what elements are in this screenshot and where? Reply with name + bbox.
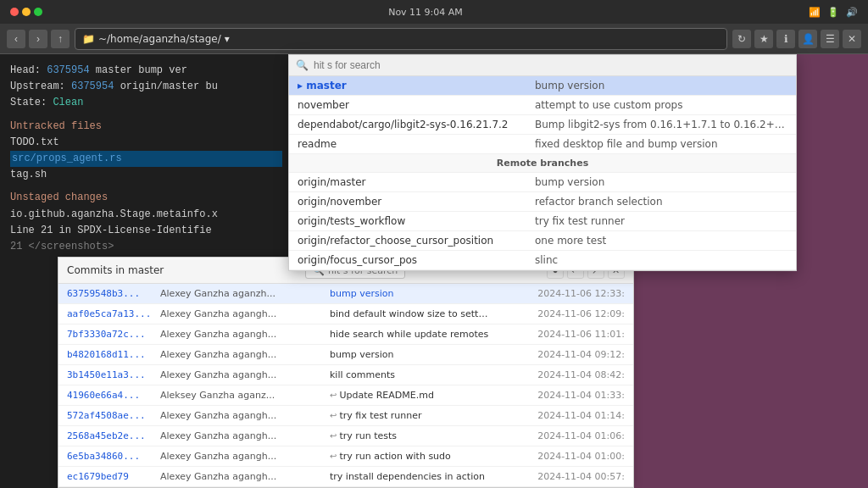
unstaged-title: Unstaged changes	[10, 190, 282, 206]
close-window-button[interactable]: ✕	[843, 30, 861, 48]
commit-date: 2024-11-04 08:42:	[489, 369, 625, 380]
branch-origin-master-name: origin/master	[298, 176, 535, 188]
back-button[interactable]: ‹	[7, 30, 25, 48]
branch-november-row[interactable]: november attempt to use custom props	[289, 96, 796, 115]
commit-row[interactable]: b4820168d11... Alexey Ganzha agangh... b…	[58, 345, 633, 365]
bookmark-button[interactable]: ★	[754, 30, 773, 48]
active-branch-icon: ▸	[298, 80, 306, 92]
address-text: ~/home/aganzha/stage/	[98, 33, 221, 45]
commit-row[interactable]: 572af4508ae... Alexey Ganzha agangh... ↩…	[58, 406, 633, 426]
commit-author: Alexey Ganzha agangh...	[160, 349, 330, 360]
head-desc: bump ver	[138, 64, 187, 76]
branch-origin-tests-desc: try fix test runner	[535, 215, 787, 227]
branch-origin-focus-row[interactable]: origin/focus_cursor_pos slinc	[289, 251, 796, 270]
branch-readme-row[interactable]: readme fixed desktop file and bump versi…	[289, 135, 796, 154]
commit-author: Alexey Ganzha agangh...	[160, 369, 330, 380]
browser-controls: ‹ › ↑	[7, 30, 70, 48]
user-button[interactable]: 👤	[798, 30, 817, 48]
refresh-button[interactable]: ↻	[732, 30, 751, 48]
branch-dropdown: 🔍 ▸ master bump version november attempt…	[288, 54, 797, 271]
branch-master-name: ▸ master	[298, 80, 535, 92]
maximize-button[interactable]	[34, 8, 42, 16]
main-area: Head: 6375954 master bump ver Upstream: …	[0, 54, 868, 488]
branch-origin-tests-row[interactable]: origin/tests_workflow try fix test runne…	[289, 212, 796, 231]
branch-origin-november-row[interactable]: origin/november refactor branch selectio…	[289, 192, 796, 212]
commit-message: ↩Update README.md	[330, 390, 489, 401]
commit-message: ↩try run tests	[330, 430, 489, 441]
commit-hash: 7bf3330a72c...	[67, 329, 160, 340]
folder-icon: 📁	[82, 33, 95, 45]
upstream-hash[interactable]: 6375954	[71, 80, 114, 92]
commit-row[interactable]: 41960e66a4... Aleksey Ganzha aganz... ↩U…	[58, 385, 633, 406]
branch-origin-tests-name: origin/tests_workflow	[298, 215, 535, 227]
volume-icon: 🔊	[846, 7, 858, 18]
commit-row[interactable]: 7bf3330a72c... Alexey Ganzha agangh... h…	[58, 324, 633, 345]
branch-readme-desc: fixed desktop file and bump version	[535, 138, 787, 150]
head-line: Head: 6375954 master bump ver	[10, 63, 282, 79]
commit-hash: ec1679bed79	[67, 471, 160, 482]
remote-branches-header: Remote branches	[289, 154, 796, 173]
branch-search-bar: 🔍	[289, 55, 796, 76]
commit-date: 2024-11-04 01:33:	[489, 390, 625, 401]
commit-date: 2024-11-04 01:14:	[489, 410, 625, 421]
commit-author: Alexey Ganzha agangh...	[160, 430, 330, 441]
commit-row[interactable]: 6e5ba34860... Alexey Ganzha agangh... ↩t…	[58, 446, 633, 467]
commit-row[interactable]: 63759548b3... Alexey Ganzha aganzh... bu…	[58, 284, 633, 304]
commit-message: kill comments	[330, 369, 489, 380]
branch-origin-focus-name: origin/focus_cursor_pos	[298, 254, 535, 266]
minimize-button[interactable]	[22, 8, 31, 16]
info-button[interactable]: ℹ	[776, 30, 795, 48]
branch-search-input[interactable]	[314, 59, 789, 71]
branch-master-desc: bump version	[535, 80, 787, 92]
close-button[interactable]	[10, 8, 19, 16]
menu-button[interactable]: ☰	[821, 30, 839, 48]
commit-row[interactable]: 3b1450e11a3... Alexey Ganzha agangh... k…	[58, 365, 633, 385]
commits-panel: Commits in master 🔍 hit s for search ● ↩…	[58, 257, 634, 488]
merge-icon: ↩	[330, 431, 337, 441]
branch-origin-refactor-row[interactable]: origin/refactor_choose_cursor_position o…	[289, 231, 796, 251]
commit-author: Alexey Ganzha agangh...	[160, 329, 330, 340]
commits-title: Commits in master	[67, 264, 164, 276]
commit-date: 2024-11-04 01:06:	[489, 430, 625, 441]
commit-hash: 572af4508ae...	[67, 410, 160, 421]
branch-origin-refactor-desc: one more test	[535, 235, 787, 247]
upstream-desc: origin/master bu	[120, 80, 218, 92]
forward-button[interactable]: ›	[29, 30, 47, 48]
branch-november-desc: attempt to use custom props	[535, 99, 787, 111]
branch-origin-november-desc: refactor branch selection	[535, 196, 787, 208]
merge-icon: ↩	[330, 452, 337, 461]
commit-author: Aleksey Ganzha aganz...	[160, 390, 330, 401]
system-bar-left	[10, 8, 42, 16]
commit-hash: b4820168d11...	[67, 349, 160, 360]
commit-author: Alexey Ganzha agangh...	[160, 451, 330, 462]
commit-message: ↩try fix test runner	[330, 410, 489, 421]
branch-origin-master-row[interactable]: origin/master bump version	[289, 173, 796, 192]
commit-row[interactable]: aaf0e5ca7a13... Alexey Ganzha agangh... …	[58, 304, 633, 324]
battery-icon: 🔋	[827, 7, 839, 18]
branch-master-row[interactable]: ▸ master bump version	[289, 76, 796, 96]
branch-dependabot-row[interactable]: dependabot/cargo/libgit2-sys-0.16.21.7.2…	[289, 115, 796, 135]
commit-hash: 3b1450e11a3...	[67, 369, 160, 380]
unstaged-file: io.github.aganzha.Stage.metainfo.x	[10, 207, 282, 223]
commit-row[interactable]: ec1679bed79 Alexey Ganzha agangh... try …	[58, 467, 633, 487]
head-hash[interactable]: 6375954	[47, 64, 89, 76]
untracked-file-props[interactable]: src/props_agent.rs	[10, 151, 282, 167]
remote-branches-label: Remote branches	[497, 158, 588, 169]
commit-message: bind default window size to settings	[330, 308, 489, 319]
up-button[interactable]: ↑	[51, 30, 70, 48]
branch-dependabot-name: dependabot/cargo/libgit2-sys-0.16.21.7.2	[298, 119, 535, 130]
branch-dependabot-desc: Bump libgit2-sys from 0.16.1+1.7.1 to 0.…	[535, 119, 787, 130]
system-bar-right: 📶 🔋 🔊	[809, 7, 858, 18]
address-bar[interactable]: 📁 ~/home/aganzha/stage/ ▾	[75, 28, 727, 50]
commit-message: hide search while update remotes	[330, 329, 489, 340]
commit-author: Alexey Ganzha aganzh...	[160, 288, 330, 299]
commit-row[interactable]: 2568a45eb2e... Alexey Ganzha agangh... ↩…	[58, 426, 633, 446]
commit-hash: 63759548b3...	[67, 288, 160, 299]
commit-author: Alexey Ganzha agangh...	[160, 471, 330, 482]
commits-list: 63759548b3... Alexey Ganzha aganzh... bu…	[58, 284, 633, 487]
commit-date: 2024-11-04 01:00:	[489, 451, 625, 462]
branch-origin-focus-desc: slinc	[535, 254, 787, 266]
commit-message: ↩try run action with sudo	[330, 451, 489, 462]
commit-author: Alexey Ganzha agangh...	[160, 308, 330, 319]
branch-origin-master-desc: bump version	[535, 176, 787, 188]
